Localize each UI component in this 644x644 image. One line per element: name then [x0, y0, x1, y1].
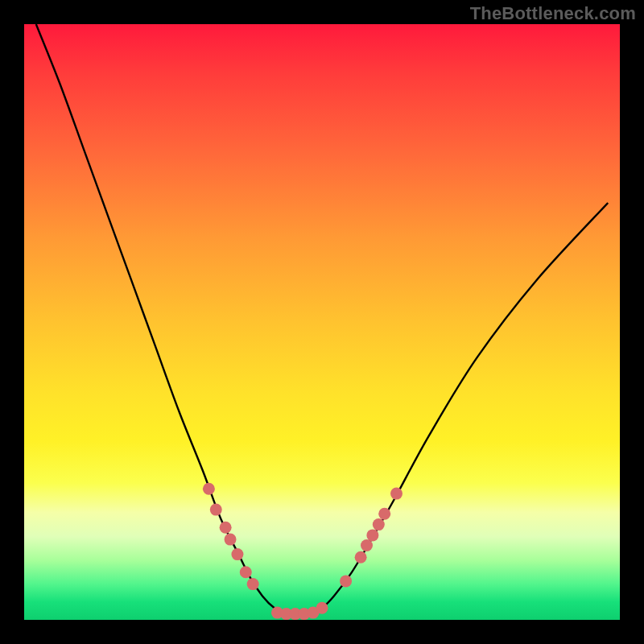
- curve-marker: [378, 508, 390, 520]
- plot-area: [24, 24, 620, 620]
- bottleneck-curve: [36, 24, 608, 614]
- curve-marker: [355, 551, 367, 564]
- curve-marker: [361, 539, 373, 551]
- curve-marker: [366, 529, 378, 541]
- curve-marker: [340, 575, 352, 587]
- curve-marker: [220, 522, 232, 534]
- chart-frame: TheBottleneck.com: [0, 0, 644, 644]
- curve-marker: [225, 534, 237, 546]
- watermark-text: TheBottleneck.com: [470, 3, 636, 24]
- curve-marker: [231, 548, 243, 560]
- curve-marker: [247, 578, 259, 590]
- curve-markers: [203, 483, 402, 620]
- curve-layer: [24, 24, 620, 620]
- curve-marker: [373, 518, 385, 530]
- curve-marker: [203, 483, 215, 495]
- curve-marker: [316, 602, 328, 614]
- curve-marker: [390, 488, 402, 500]
- curve-marker: [210, 504, 222, 516]
- curve-marker: [240, 566, 252, 578]
